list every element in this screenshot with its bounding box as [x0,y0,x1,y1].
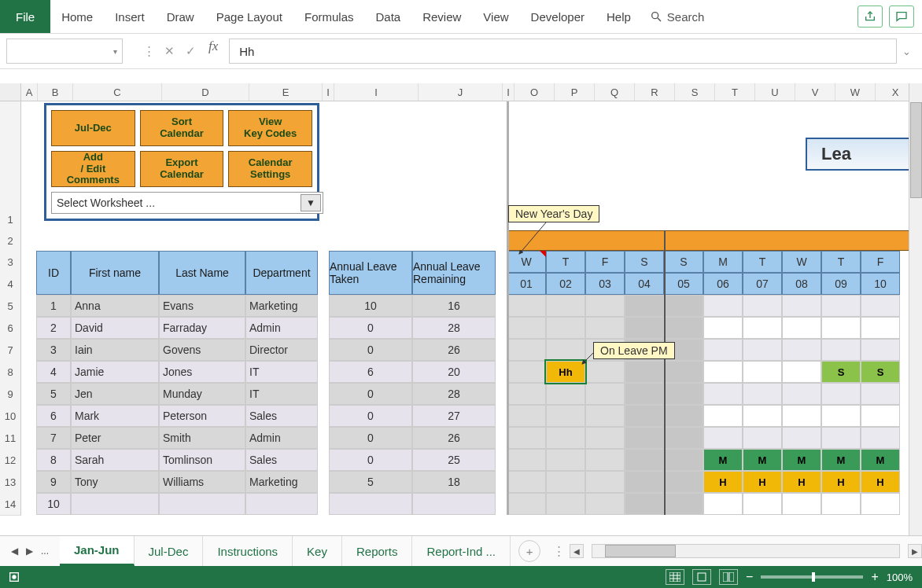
calendar-cell[interactable] [625,449,664,471]
cell-remain[interactable]: 28 [412,383,496,405]
vertical-scrollbar[interactable] [909,83,922,536]
ribbon-tab-help[interactable]: Help [596,0,642,33]
cell-m[interactable]: M [703,449,743,471]
calendar-cell[interactable] [507,295,546,317]
zoom-in[interactable]: + [871,570,878,584]
sheet-nav-next[interactable]: ▶ [26,546,33,557]
cell-last[interactable]: Tomlinson [159,449,245,471]
calendar-cell[interactable] [743,383,782,405]
cell-remain[interactable] [412,493,496,515]
col-header[interactable]: D [162,83,249,101]
ribbon-tab-formulas[interactable]: Formulas [293,0,365,33]
calendar-cell[interactable] [546,449,585,471]
col-header[interactable]: W [835,83,876,101]
cell-taken[interactable]: 0 [329,449,412,471]
ribbon-tab-view[interactable]: View [472,0,519,33]
cell-m[interactable]: M [743,449,782,471]
horizontal-scrollbar[interactable] [592,544,900,558]
calendar-cell[interactable] [703,339,743,361]
calendar-cell[interactable] [507,383,546,405]
calendar-cell[interactable] [546,339,585,361]
cell-remain[interactable]: 28 [412,317,496,339]
col-header[interactable]: R [635,83,675,101]
add-sheet-button[interactable]: + [518,540,540,562]
calendar-cell[interactable] [861,405,900,427]
cell-id[interactable]: 6 [36,405,71,427]
cell-s[interactable]: S [821,361,861,383]
calendar-cell[interactable] [821,383,861,405]
calendar-cell[interactable] [585,317,625,339]
cell-id[interactable]: 10 [36,493,71,515]
row-header[interactable]: 12 [0,449,21,472]
formula-expand[interactable]: ⌄ [897,39,916,64]
col-header[interactable]: J [419,83,503,101]
calendar-cell[interactable] [585,427,625,449]
hscroll-left[interactable]: ◀ [570,544,584,558]
cell-first[interactable]: Sarah [71,449,159,471]
calendar-cell[interactable] [703,405,743,427]
calendar-cell[interactable] [664,493,703,515]
cell-h[interactable]: H [782,471,821,493]
calendar-cell[interactable] [861,493,900,515]
calendar-cell[interactable] [861,427,900,449]
calendar-cell[interactable] [821,493,861,515]
view-page-break[interactable] [719,569,738,585]
cell-dept[interactable]: IT [245,383,318,405]
calendar-cell[interactable] [743,339,782,361]
calendar-cell[interactable] [625,493,664,515]
calendar-cell[interactable] [743,317,782,339]
select-all-corner[interactable] [0,83,21,101]
ribbon-tab-data[interactable]: Data [364,0,411,33]
cell-last[interactable]: Williams [159,471,245,493]
calendar-cell[interactable] [664,317,703,339]
calendar-cell[interactable] [821,405,861,427]
view-normal[interactable] [666,569,684,585]
cell-taken[interactable]: 0 [329,427,412,449]
cell-taken[interactable]: 0 [329,383,412,405]
calendar-cell[interactable] [507,339,546,361]
cell-remain[interactable]: 25 [412,449,496,471]
cell-m[interactable]: M [861,449,900,471]
row-header[interactable]: 6 [0,317,21,340]
row-header[interactable]: 11 [0,427,21,450]
view-page-layout[interactable] [692,569,711,585]
cell-first[interactable]: Tony [71,471,159,493]
col-header[interactable]: I [503,83,514,101]
cell-remain[interactable]: 26 [412,339,496,361]
calendar-cell[interactable] [782,339,821,361]
calendar-cell[interactable] [625,405,664,427]
fx-icon[interactable]: fx [208,39,218,64]
calendar-cell[interactable] [585,405,625,427]
cell-dept[interactable]: Sales [245,405,318,427]
cell-id[interactable]: 2 [36,317,71,339]
cell-remain[interactable]: 20 [412,361,496,383]
comments-button[interactable] [889,6,914,28]
freeze-pane-divider[interactable] [507,101,509,515]
sheet-tab[interactable]: Jul-Dec [135,536,204,566]
cell-dept[interactable]: Director [245,339,318,361]
cell-last[interactable]: Munday [159,383,245,405]
calendar-cell[interactable] [546,427,585,449]
calendar-cell[interactable] [664,295,703,317]
sheet-tab[interactable]: Instructions [203,536,293,566]
col-header[interactable]: I [334,83,419,101]
cell-last[interactable]: Peterson [159,405,245,427]
calendar-cell[interactable] [782,317,821,339]
cell-taken[interactable]: 6 [329,361,412,383]
calendar-cell[interactable] [861,339,900,361]
calendar-cell[interactable] [703,317,743,339]
calendar-cell[interactable] [782,493,821,515]
panel-btn2-2[interactable]: CalendarSettings [228,151,312,187]
cell-hh[interactable]: Hh [546,361,585,383]
cancel-formula-icon[interactable]: ✕ [164,44,175,58]
cell-remain[interactable]: 26 [412,427,496,449]
calendar-cell[interactable] [585,471,625,493]
cell-id[interactable]: 5 [36,383,71,405]
cell-remain[interactable]: 27 [412,405,496,427]
ribbon-tab-review[interactable]: Review [411,0,472,33]
cell-dept[interactable]: Marketing [245,471,318,493]
ribbon-tab-draw[interactable]: Draw [156,0,205,33]
calendar-cell[interactable] [861,295,900,317]
calendar-cell[interactable] [664,471,703,493]
calendar-cell[interactable] [507,449,546,471]
